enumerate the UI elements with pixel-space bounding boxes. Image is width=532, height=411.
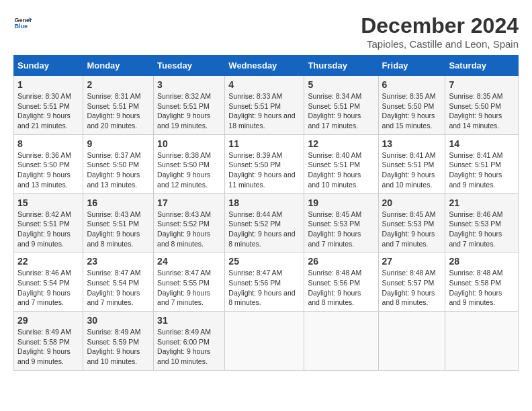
- day-number: 8: [17, 138, 79, 149]
- day-number: 4: [228, 79, 300, 90]
- day-number: 25: [228, 256, 300, 267]
- table-row: [304, 312, 378, 371]
- table-row: 2 Sunrise: 8:31 AMSunset: 5:51 PMDayligh…: [83, 76, 154, 135]
- cell-info: Sunrise: 8:44 AMSunset: 5:52 PMDaylight:…: [228, 210, 295, 248]
- cell-info: Sunrise: 8:34 AMSunset: 5:51 PMDaylight:…: [308, 92, 361, 130]
- col-monday: Monday: [83, 56, 154, 76]
- header-row: Sunday Monday Tuesday Wednesday Thursday…: [14, 56, 519, 76]
- cell-info: Sunrise: 8:36 AMSunset: 5:50 PMDaylight:…: [17, 151, 71, 189]
- table-row: 24 Sunrise: 8:47 AMSunset: 5:55 PMDaylig…: [154, 253, 225, 312]
- cell-info: Sunrise: 8:35 AMSunset: 5:50 PMDaylight:…: [449, 92, 502, 130]
- cell-info: Sunrise: 8:31 AMSunset: 5:51 PMDaylight:…: [87, 92, 140, 130]
- day-number: 5: [308, 79, 374, 90]
- day-number: 31: [157, 315, 221, 326]
- day-number: 12: [308, 138, 374, 149]
- day-number: 24: [157, 256, 221, 267]
- calendar-table: Sunday Monday Tuesday Wednesday Thursday…: [13, 55, 519, 371]
- cell-info: Sunrise: 8:39 AMSunset: 5:50 PMDaylight:…: [228, 151, 295, 189]
- day-number: 3: [157, 79, 221, 90]
- header: General Blue December 2024 Tapioles, Cas…: [13, 13, 519, 50]
- table-row: 10 Sunrise: 8:38 AMSunset: 5:50 PMDaylig…: [154, 134, 225, 193]
- table-row: 8 Sunrise: 8:36 AMSunset: 5:50 PMDayligh…: [14, 134, 83, 193]
- table-row: 13 Sunrise: 8:41 AMSunset: 5:51 PMDaylig…: [378, 134, 445, 193]
- cell-info: Sunrise: 8:47 AMSunset: 5:54 PMDaylight:…: [87, 269, 140, 306]
- cell-info: Sunrise: 8:49 AMSunset: 5:58 PMDaylight:…: [17, 328, 71, 365]
- table-row: 15 Sunrise: 8:42 AMSunset: 5:51 PMDaylig…: [14, 193, 83, 253]
- cell-info: Sunrise: 8:41 AMSunset: 5:51 PMDaylight:…: [382, 151, 436, 189]
- cell-info: Sunrise: 8:41 AMSunset: 5:51 PMDaylight:…: [449, 151, 502, 189]
- cell-info: Sunrise: 8:40 AMSunset: 5:51 PMDaylight:…: [308, 151, 361, 189]
- cell-info: Sunrise: 8:45 AMSunset: 5:53 PMDaylight:…: [308, 210, 361, 248]
- table-row: 19 Sunrise: 8:45 AMSunset: 5:53 PMDaylig…: [304, 193, 378, 253]
- cell-info: Sunrise: 8:47 AMSunset: 5:55 PMDaylight:…: [157, 269, 211, 306]
- logo: General Blue: [13, 13, 32, 32]
- cell-info: Sunrise: 8:30 AMSunset: 5:51 PMDaylight:…: [17, 92, 71, 130]
- day-number: 17: [157, 197, 221, 208]
- col-saturday: Saturday: [445, 56, 519, 76]
- day-number: 18: [228, 197, 300, 208]
- cell-info: Sunrise: 8:48 AMSunset: 5:58 PMDaylight:…: [449, 269, 502, 306]
- table-row: 14 Sunrise: 8:41 AMSunset: 5:51 PMDaylig…: [445, 134, 519, 193]
- day-number: 15: [17, 197, 79, 208]
- day-number: 10: [157, 138, 221, 149]
- table-row: 25 Sunrise: 8:47 AMSunset: 5:56 PMDaylig…: [225, 253, 304, 312]
- col-sunday: Sunday: [14, 56, 83, 76]
- cell-info: Sunrise: 8:49 AMSunset: 6:00 PMDaylight:…: [157, 328, 211, 365]
- cell-info: Sunrise: 8:33 AMSunset: 5:51 PMDaylight:…: [228, 92, 295, 130]
- table-row: 26 Sunrise: 8:48 AMSunset: 5:56 PMDaylig…: [304, 253, 378, 312]
- cell-info: Sunrise: 8:47 AMSunset: 5:56 PMDaylight:…: [228, 269, 295, 306]
- cell-info: Sunrise: 8:43 AMSunset: 5:51 PMDaylight:…: [87, 210, 140, 248]
- table-row: 11 Sunrise: 8:39 AMSunset: 5:50 PMDaylig…: [225, 134, 304, 193]
- cell-info: Sunrise: 8:48 AMSunset: 5:56 PMDaylight:…: [308, 269, 361, 306]
- table-row: 21 Sunrise: 8:46 AMSunset: 5:53 PMDaylig…: [445, 193, 519, 253]
- day-number: 2: [87, 79, 150, 90]
- day-number: 13: [382, 138, 442, 149]
- title-area: December 2024 Tapioles, Castille and Leo…: [361, 13, 519, 50]
- table-row: 4 Sunrise: 8:33 AMSunset: 5:51 PMDayligh…: [225, 76, 304, 135]
- table-row: [378, 312, 445, 371]
- calendar-body: 1 Sunrise: 8:30 AMSunset: 5:51 PMDayligh…: [14, 76, 519, 371]
- svg-text:Blue: Blue: [14, 23, 28, 30]
- cell-info: Sunrise: 8:35 AMSunset: 5:50 PMDaylight:…: [382, 92, 436, 130]
- table-row: 1 Sunrise: 8:30 AMSunset: 5:51 PMDayligh…: [14, 76, 83, 135]
- cell-info: Sunrise: 8:46 AMSunset: 5:53 PMDaylight:…: [449, 210, 502, 248]
- table-row: 22 Sunrise: 8:46 AMSunset: 5:54 PMDaylig…: [14, 253, 83, 312]
- cell-info: Sunrise: 8:38 AMSunset: 5:50 PMDaylight:…: [157, 151, 211, 189]
- table-row: 6 Sunrise: 8:35 AMSunset: 5:50 PMDayligh…: [378, 76, 445, 135]
- table-row: 9 Sunrise: 8:37 AMSunset: 5:50 PMDayligh…: [83, 134, 154, 193]
- table-row: 16 Sunrise: 8:43 AMSunset: 5:51 PMDaylig…: [83, 193, 154, 253]
- cell-info: Sunrise: 8:42 AMSunset: 5:51 PMDaylight:…: [17, 210, 71, 248]
- table-row: 23 Sunrise: 8:47 AMSunset: 5:54 PMDaylig…: [83, 253, 154, 312]
- table-row: 12 Sunrise: 8:40 AMSunset: 5:51 PMDaylig…: [304, 134, 378, 193]
- page-subtitle: Tapioles, Castille and Leon, Spain: [361, 38, 519, 50]
- day-number: 1: [17, 79, 79, 90]
- table-row: 30 Sunrise: 8:49 AMSunset: 5:59 PMDaylig…: [83, 312, 154, 371]
- col-friday: Friday: [378, 56, 445, 76]
- day-number: 7: [449, 79, 515, 90]
- table-row: 29 Sunrise: 8:49 AMSunset: 5:58 PMDaylig…: [14, 312, 83, 371]
- day-number: 16: [87, 197, 150, 208]
- cell-info: Sunrise: 8:45 AMSunset: 5:53 PMDaylight:…: [382, 210, 436, 248]
- table-row: 17 Sunrise: 8:43 AMSunset: 5:52 PMDaylig…: [154, 193, 225, 253]
- cell-info: Sunrise: 8:32 AMSunset: 5:51 PMDaylight:…: [157, 92, 211, 130]
- day-number: 9: [87, 138, 150, 149]
- day-number: 22: [17, 256, 79, 267]
- cell-info: Sunrise: 8:37 AMSunset: 5:50 PMDaylight:…: [87, 151, 140, 189]
- day-number: 30: [87, 315, 150, 326]
- day-number: 21: [449, 197, 515, 208]
- day-number: 26: [308, 256, 374, 267]
- cell-info: Sunrise: 8:43 AMSunset: 5:52 PMDaylight:…: [157, 210, 211, 248]
- day-number: 14: [449, 138, 515, 149]
- day-number: 6: [382, 79, 442, 90]
- day-number: 27: [382, 256, 442, 267]
- day-number: 29: [17, 315, 79, 326]
- col-wednesday: Wednesday: [225, 56, 304, 76]
- col-tuesday: Tuesday: [154, 56, 225, 76]
- page-title: December 2024: [361, 13, 519, 38]
- day-number: 11: [228, 138, 300, 149]
- table-row: 3 Sunrise: 8:32 AMSunset: 5:51 PMDayligh…: [154, 76, 225, 135]
- table-row: 27 Sunrise: 8:48 AMSunset: 5:57 PMDaylig…: [378, 253, 445, 312]
- day-number: 20: [382, 197, 442, 208]
- cell-info: Sunrise: 8:48 AMSunset: 5:57 PMDaylight:…: [382, 269, 436, 306]
- cell-info: Sunrise: 8:49 AMSunset: 5:59 PMDaylight:…: [87, 328, 140, 365]
